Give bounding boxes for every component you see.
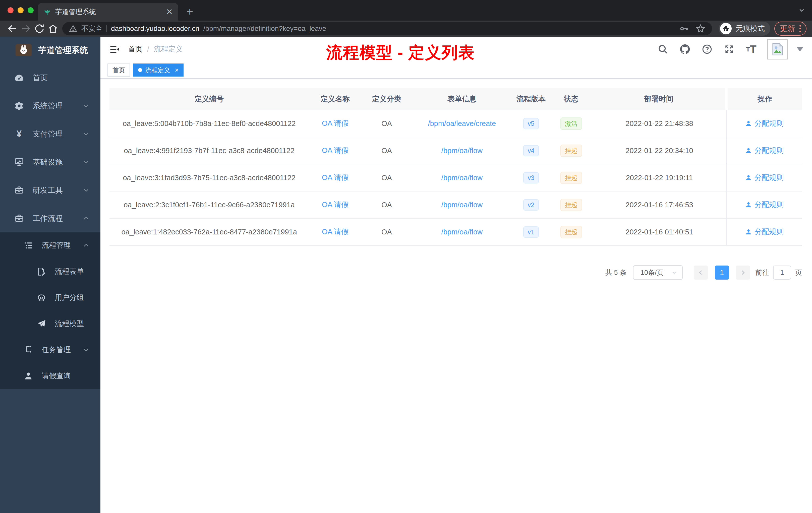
cell-deploy-time: 2022-01-16 17:46:53 <box>592 191 727 218</box>
form-link[interactable]: /bpm/oa/flow <box>441 228 483 236</box>
assign-rule-button[interactable]: 分配规则 <box>745 227 784 237</box>
annotation-text: 流程模型 - 定义列表 <box>326 42 475 63</box>
incognito-label: 无痕模式 <box>736 24 765 34</box>
browser-update-button[interactable]: 更新 <box>774 22 807 36</box>
page-1-button[interactable]: 1 <box>715 266 729 280</box>
sidebar-item-process-form[interactable]: 流程表单 <box>0 259 100 284</box>
sidebar-collapse-icon[interactable] <box>109 44 120 55</box>
favicon-plant-icon <box>43 8 51 16</box>
col-process-version: 流程版本 <box>512 88 550 110</box>
app-title: 芋道管理系统 <box>38 45 88 56</box>
fullscreen-icon[interactable] <box>723 43 735 55</box>
incognito-badge: 无痕模式 <box>719 22 770 36</box>
prev-page-button[interactable] <box>694 266 708 280</box>
browser-menu-icon[interactable] <box>800 25 801 32</box>
new-tab-button[interactable]: + <box>183 4 197 19</box>
definition-table: 定义编号 定义名称 定义分类 表单信息 流程版本 状态 部署时间 操作 oa_l… <box>110 88 802 246</box>
form-link[interactable]: /bpm/oa/flow <box>441 147 483 155</box>
assign-rule-button[interactable]: 分配规则 <box>745 200 784 210</box>
chevron-down-icon <box>83 187 89 193</box>
bookmark-star-icon[interactable] <box>696 24 705 34</box>
sidebar-item-user-group[interactable]: 用户分组 <box>0 284 100 311</box>
assign-rule-button[interactable]: 分配规则 <box>745 146 784 156</box>
sidebar-logo[interactable]: 芋道管理系统 <box>0 37 100 64</box>
cell-definition-id: oa_leave:4:991f2193-7b7f-11ec-a3c8-acde4… <box>110 137 309 164</box>
status-badge: 挂起 <box>560 172 582 184</box>
sidebar-item-workflow[interactable]: 工作流程 <box>0 204 100 233</box>
sidebar-item-process-management[interactable]: 流程管理 <box>0 233 100 259</box>
close-window-button[interactable] <box>7 7 13 13</box>
sidebar-item-process-model[interactable]: 流程模型 <box>0 311 100 337</box>
forward-icon[interactable] <box>19 22 33 35</box>
search-icon[interactable] <box>657 43 669 55</box>
cell-deploy-time: 2022-01-22 21:48:38 <box>592 110 727 137</box>
reload-icon[interactable] <box>33 22 46 35</box>
version-badge: v3 <box>523 172 539 183</box>
definition-name-link[interactable]: OA 请假 <box>322 119 348 127</box>
version-badge: v2 <box>523 199 539 211</box>
sidebar-item-payment[interactable]: ¥ 支付管理 <box>0 120 100 148</box>
tab-close-icon[interactable]: ✕ <box>166 8 173 16</box>
chevron-up-icon <box>83 242 89 249</box>
home-icon[interactable] <box>46 22 60 35</box>
assign-rule-label: 分配规则 <box>754 118 784 128</box>
sidebar-item-label: 请假查询 <box>42 371 71 381</box>
password-key-icon[interactable] <box>679 24 689 34</box>
url-divider <box>107 25 107 32</box>
navbar-actions: TT <box>657 39 804 59</box>
sidebar-item-label: 流程管理 <box>42 240 71 250</box>
chevron-down-icon <box>83 159 89 165</box>
address-bar[interactable]: 不安全 dashboard.yudao.iocoder.cn /bpm/mana… <box>62 22 712 35</box>
col-form-info: 表单信息 <box>412 88 512 110</box>
help-icon[interactable] <box>701 43 713 55</box>
form-link[interactable]: /bpm/oa/flow <box>441 201 483 209</box>
definition-name-link[interactable]: OA 请假 <box>322 228 348 236</box>
breadcrumb-current: 流程定义 <box>154 44 183 54</box>
definition-name-link[interactable]: OA 请假 <box>322 201 348 209</box>
sidebar-item-label: 首页 <box>33 73 48 83</box>
tag-home[interactable]: 首页 <box>108 63 130 77</box>
minimize-window-button[interactable] <box>18 7 24 13</box>
breadcrumb-home[interactable]: 首页 <box>128 44 143 54</box>
table-row: oa_leave:1:482ec033-762a-11ec-8477-a2380… <box>110 218 802 245</box>
tag-close-icon[interactable]: × <box>175 66 178 74</box>
version-badge: v5 <box>523 118 539 129</box>
page-unit-label: 页 <box>795 268 802 277</box>
avatar-caret-icon[interactable] <box>796 47 804 52</box>
cell-definition-id: oa_leave:2:3c1f0ef1-76b1-11ec-9c66-a2380… <box>110 191 309 218</box>
form-link[interactable]: /bpm/oa/flow <box>441 174 483 182</box>
browser-tab[interactable]: 芋道管理系统 ✕ <box>38 3 178 21</box>
sidebar-item-devtools[interactable]: 研发工具 <box>0 176 100 204</box>
table-row: oa_leave:2:3c1f0ef1-76b1-11ec-9c66-a2380… <box>110 191 802 218</box>
sidebar-item-task-management[interactable]: 任务管理 <box>0 337 100 363</box>
zoom-window-button[interactable] <box>28 7 34 13</box>
url-path: /bpm/manager/definition?key=oa_leave <box>203 25 326 33</box>
form-link[interactable]: /bpm/oa/leave/create <box>428 119 496 127</box>
chevron-down-icon <box>83 103 89 109</box>
definition-name-link[interactable]: OA 请假 <box>322 146 348 154</box>
sidebar-item-home[interactable]: 首页 <box>0 64 100 92</box>
avatar[interactable] <box>767 39 788 59</box>
col-definition-name: 定义名称 <box>309 88 361 110</box>
security-warning-icon[interactable] <box>69 24 77 33</box>
assign-rule-button[interactable]: 分配规则 <box>745 118 784 128</box>
assign-rule-button[interactable]: 分配规则 <box>745 173 784 183</box>
font-size-icon[interactable]: TT <box>745 43 757 55</box>
cell-definition-id: oa_leave:3:1fad3d93-7b75-11ec-a3c8-acde4… <box>110 164 309 191</box>
page-size-select[interactable]: 10条/页 <box>633 265 683 280</box>
tag-label: 首页 <box>113 66 125 74</box>
browser-tabstrip: 芋道管理系统 ✕ + <box>0 0 812 21</box>
goto-page-input[interactable] <box>773 266 791 280</box>
github-icon[interactable] <box>679 43 691 55</box>
next-page-button[interactable] <box>736 266 750 280</box>
back-icon[interactable] <box>5 22 19 35</box>
sidebar-item-infrastructure[interactable]: 基础设施 <box>0 148 100 176</box>
tag-process-definition[interactable]: 流程定义 × <box>133 63 183 77</box>
col-actions: 操作 <box>726 88 802 110</box>
sidebar-item-leave-query[interactable]: 请假查询 <box>0 363 100 389</box>
tab-search-chevron-icon[interactable] <box>798 6 806 14</box>
sidebar-item-system[interactable]: 系统管理 <box>0 92 100 120</box>
definition-name-link[interactable]: OA 请假 <box>322 174 348 181</box>
sidebar-item-label: 任务管理 <box>42 345 71 355</box>
status-badge: 挂起 <box>560 145 582 157</box>
